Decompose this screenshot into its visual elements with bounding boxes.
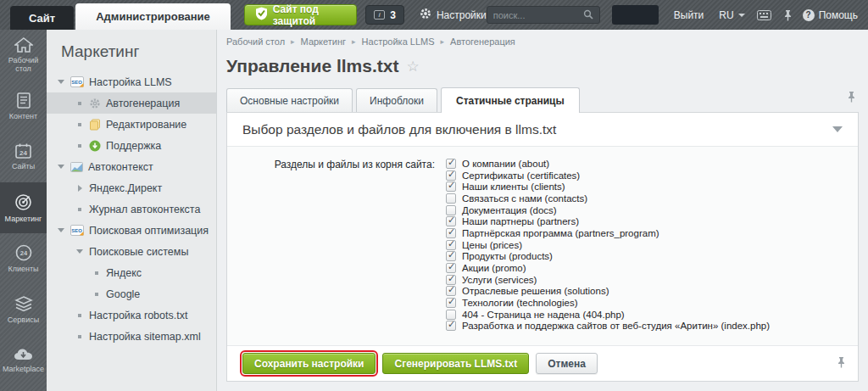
generate-llms-button[interactable]: Сгенерировать LLMS.txt — [382, 353, 529, 374]
checkbox-option-partners[interactable]: Наши партнеры (partners) — [446, 215, 770, 227]
save-settings-button[interactable]: Сохранить настройки — [242, 353, 376, 374]
search-input[interactable] — [493, 10, 583, 20]
sidebar-item-google[interactable]: Google — [47, 283, 216, 304]
checkbox[interactable] — [446, 193, 456, 204]
checkbox-option-docs[interactable]: Документация (docs) — [446, 204, 770, 216]
cancel-button[interactable]: Отмена — [536, 353, 598, 374]
rail-item-label: Сайты — [12, 162, 35, 170]
sidebar-item-nastroyka-sitemap[interactable]: Настройка sitemap.xml — [47, 326, 216, 347]
checkbox[interactable] — [446, 286, 456, 296]
rail-item-clients[interactable]: 24 Клиенты — [0, 233, 47, 284]
checkbox-option-certificates[interactable]: Сертификаты (certificates) — [446, 170, 770, 182]
sidebar-item-label: Яндекс — [106, 267, 142, 279]
sidebar-item-redaktirovanie[interactable]: Редактирование — [47, 114, 216, 135]
checkbox[interactable] — [446, 298, 456, 308]
update-circle-icon — [89, 140, 101, 152]
breadcrumb-separator-icon: ▸ — [352, 37, 356, 46]
settings-button[interactable]: Настройки — [420, 8, 487, 22]
checkbox-label: 404 - Страница не надена (404.php) — [462, 310, 625, 320]
checkbox-option-technologies[interactable]: Технологии (technologies) — [446, 297, 770, 309]
checkbox[interactable] — [446, 159, 456, 169]
checkbox[interactable] — [446, 251, 456, 261]
star-icon[interactable]: ☆ — [406, 59, 419, 74]
checkbox[interactable] — [446, 321, 456, 331]
sidebar-item-poiskovaya-optimizatsiya[interactable]: SEO Поисковая оптимизация — [47, 220, 216, 241]
magnifier-icon[interactable] — [583, 8, 593, 23]
rail-item-desktop[interactable]: Рабочий стол — [0, 30, 47, 81]
checkbox-option-index[interactable]: Разработка и поддержка сайтов от веб-сту… — [446, 321, 770, 332]
seo-icon: SEO — [70, 76, 84, 87]
sidebar-item-label: Настройка LLMS — [89, 76, 172, 88]
tab-administration[interactable]: Администрирование — [75, 3, 231, 30]
tab-infoblocks[interactable]: Инфоблоки — [356, 88, 437, 112]
keyboard-icon[interactable] — [757, 10, 771, 20]
rail-item-marketing[interactable]: Маркетинг — [0, 182, 47, 233]
tab-main-settings[interactable]: Основные настройки — [226, 88, 353, 112]
checkbox-option-products[interactable]: Продукты (products) — [446, 251, 770, 263]
notifications-count: 3 — [390, 9, 396, 21]
pin-icon[interactable] — [783, 9, 793, 21]
sidebar-item-label: Редактирование — [106, 119, 186, 131]
sidebar-item-avtokontekst[interactable]: Автоконтекст — [47, 156, 216, 177]
sidebar-item-nastroyka-robots[interactable]: Настройка robots.txt — [47, 304, 216, 326]
sidebar-item-yandex[interactable]: Яндекс — [47, 262, 216, 283]
breadcrumb-item[interactable]: Рабочий стол — [226, 36, 285, 47]
checkbox-option-partners-program[interactable]: Партнёрская программа (partners_program) — [446, 227, 770, 239]
checkbox-option-prices[interactable]: Цены (prices) — [446, 239, 770, 251]
checkbox-option-clients[interactable]: Наши клиенты (clients) — [446, 181, 770, 193]
sidebar-item-zhurnal-avtokonteksta[interactable]: Журнал автоконтекста — [47, 198, 216, 220]
checkbox-option-solutions[interactable]: Отраслевые решения (solutions) — [446, 286, 770, 298]
documents-icon — [89, 119, 101, 131]
checkbox[interactable] — [446, 170, 456, 181]
user-menu-placeholder[interactable] — [612, 5, 659, 25]
checkbox[interactable] — [446, 275, 456, 285]
breadcrumb-item[interactable]: Автогенерация — [450, 36, 515, 47]
bullet-icon — [78, 123, 81, 126]
rail-item-label: Маркетинг — [5, 215, 42, 223]
logout-button[interactable]: Выйти — [674, 9, 704, 21]
pin-icon[interactable] — [837, 356, 846, 371]
sidebar-item-poiskovye-sistemy[interactable]: Поисковые системы — [47, 241, 216, 262]
sidebar-item-nastroyka-llms[interactable]: SEO Настройка LLMS — [47, 71, 216, 92]
checkbox-option-404[interactable]: 404 - Страница не надена (404.php) — [446, 309, 770, 321]
tab-static-pages[interactable]: Статичные страницы — [441, 87, 580, 113]
help-button[interactable]: ? Помощь — [803, 9, 858, 21]
language-select[interactable]: RU — [719, 9, 744, 21]
info-bubble-icon: i — [374, 10, 385, 20]
settings-label: Настройки — [437, 9, 487, 21]
checkbox[interactable] — [446, 240, 456, 250]
rail-item-services[interactable]: Сервисы — [0, 284, 47, 335]
layers-icon — [14, 296, 33, 312]
home-icon — [14, 37, 33, 53]
checkbox-option-about[interactable]: О компании (about) — [446, 158, 770, 170]
checkbox[interactable] — [446, 310, 456, 320]
sidebar-item-avtogeneratsiya[interactable]: Автогенерация — [47, 92, 216, 114]
notifications-badge[interactable]: i 3 — [365, 5, 404, 25]
checkbox-option-services[interactable]: Услуги (services) — [446, 274, 770, 286]
site-protected-button[interactable]: Сайт под защитой — [244, 4, 357, 25]
rail-item-content[interactable]: Контент — [0, 81, 47, 131]
chevron-down-icon[interactable] — [832, 126, 843, 132]
pin-icon[interactable] — [847, 91, 856, 106]
checkbox[interactable] — [446, 205, 456, 215]
svg-text:SEO: SEO — [71, 80, 82, 85]
tab-site[interactable]: Сайт — [10, 6, 74, 30]
rail-item-sites[interactable]: 24 Сайты — [0, 131, 47, 182]
document-icon — [17, 92, 31, 109]
breadcrumb-item[interactable]: Маркетинг — [301, 36, 346, 47]
breadcrumb-item[interactable]: Настройка LLMS — [362, 36, 435, 47]
sidebar-title: Маркетинг — [47, 30, 216, 71]
sidebar-item-podderzhka[interactable]: Поддержка — [47, 135, 216, 156]
svg-text:24: 24 — [19, 149, 27, 157]
checkbox-label: Услуги (services) — [462, 275, 537, 285]
checkbox-option-promo[interactable]: Акции (promo) — [446, 262, 770, 274]
checkbox[interactable] — [446, 182, 456, 192]
checkbox-label: Связаться с нами (contacts) — [462, 193, 587, 204]
bullet-icon — [95, 271, 98, 275]
checkbox[interactable] — [446, 263, 456, 273]
checkbox[interactable] — [446, 216, 456, 226]
sidebar-item-yandex-direkt[interactable]: Яндекс.Директ — [47, 177, 216, 198]
rail-item-marketplace[interactable]: Marketplace — [0, 335, 47, 386]
checkbox[interactable] — [446, 228, 456, 238]
checkbox-option-contacts[interactable]: Связаться с нами (contacts) — [446, 193, 770, 204]
